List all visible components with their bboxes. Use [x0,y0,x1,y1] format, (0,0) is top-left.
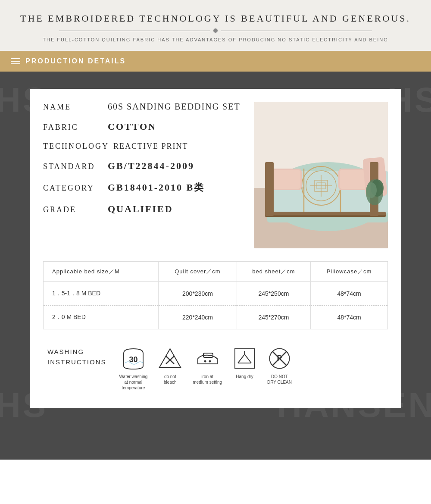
bed-sheet-2: 245*270cm [237,306,310,329]
wash-30-label: Water washingat normaltemperature [119,374,148,391]
divider-line [9,28,422,33]
no-bleach-label: do notbleach [164,374,176,385]
washing-icons: 30 Water washingat normaltemperature do … [119,347,292,391]
wash-30-icon: 30 [122,347,145,370]
main-title: THE EMBROIDERED TECHNOLOGY IS BEAUTIFUL … [9,13,422,24]
name-value: 60S SANDING BEDDING SET [108,102,240,112]
table-row: 1．5-1．8 M BED 200*230cm 245*250cm 48*74c… [44,282,387,306]
category-label: CATEGORY [43,184,103,193]
top-banner: THE EMBROIDERED TECHNOLOGY IS BEAUTIFUL … [0,0,431,51]
svg-rect-36 [265,215,386,217]
washing-label-line1: WASHING [47,348,84,355]
washing-label-line2: INSTRUCTIONS [47,358,106,366]
iron-icon-item: iron atmedium setting [193,347,222,385]
spec-row-grade: GRADE QUALIFIED [43,203,246,215]
no-bleach-icon [158,347,182,370]
hamburger-icon[interactable] [11,58,20,64]
grade-value: QUALIFIED [108,203,173,215]
hang-dry-icon-item: Hang dry [233,347,256,379]
svg-rect-31 [271,170,300,189]
svg-marker-44 [159,349,181,367]
fabric-value: COTTON [108,121,156,132]
svg-point-42 [366,182,377,198]
size-table: Applicable bed size／M Quilt cover／cm bed… [44,262,387,329]
col-pillowcase: Pillowcase／cm [311,262,387,282]
washing-section: WASHING INSTRUCTIONS 30 Water washingat … [43,347,388,391]
spec-row-name: NAME 60S SANDING BEDDING SET [43,102,246,112]
no-dry-clean-icon-item: P DO NOTDRY CLEAN [267,347,292,385]
wash-30-icon-item: 30 Water washingat normaltemperature [119,347,148,391]
svg-text:P: P [277,354,282,363]
divider-dot [213,28,218,33]
iron-label: iron atmedium setting [193,374,222,385]
col-bed-sheet: bed sheet／cm [237,262,310,282]
iron-icon [196,347,219,370]
svg-point-49 [209,360,211,363]
size-table-wrapper: Applicable bed size／M Quilt cover／cm bed… [43,261,388,329]
spec-row-technology: TECHNOLOGY REACTIVE PRINT [43,142,246,151]
spec-row-category: CATEGORY GB18401-2010 B类 [43,181,246,194]
fabric-label: FABRIC [43,123,103,132]
divider-line-left [59,31,210,31]
section-header: PRODUCTION DETAILS [0,51,431,72]
hang-dry-label: Hang dry [236,374,253,379]
specs-table: NAME 60S SANDING BEDDING SET FABRIC COTT… [43,102,246,224]
hang-dry-icon [233,347,256,370]
sub-title: THE FULL-COTTON QUILTING FABRIC HAS THE … [9,37,422,42]
standard-label: STANDARD [43,162,103,171]
washing-label: WASHING INSTRUCTIONS [47,347,106,367]
quilt-cover-2: 220*240cm [159,306,237,329]
grade-label: GRADE [43,205,103,214]
no-bleach-icon-item: do notbleach [158,347,182,385]
table-header-row: Applicable bed size／M Quilt cover／cm bed… [44,262,387,282]
svg-point-48 [204,360,206,363]
svg-rect-37 [265,162,274,216]
main-content: HS HS HANSEN HS NAME 60S SANDING BEDDING… [0,72,431,460]
bed-size-2: 2．0 M BED [44,306,159,329]
quilt-cover-1: 200*230cm [159,282,237,306]
bed-size-1: 1．5-1．8 M BED [44,282,159,306]
specs-image-row: NAME 60S SANDING BEDDING SET FABRIC COTT… [43,102,388,248]
product-card: NAME 60S SANDING BEDDING SET FABRIC COTT… [30,89,401,408]
no-dry-clean-label: DO NOTDRY CLEAN [267,374,292,385]
divider-line-right [221,31,372,31]
technology-label: TECHNOLOGY [43,142,109,151]
bed-sheet-1: 245*250cm [237,282,310,306]
no-dry-clean-icon: P [268,347,291,370]
col-quilt-cover: Quilt cover／cm [159,262,237,282]
technology-value: REACTIVE PRINT [113,142,188,151]
category-value: GB18401-2010 B类 [108,181,205,194]
pillowcase-1: 48*74cm [311,282,387,306]
pillowcase-2: 48*74cm [311,306,387,329]
standard-value: GB/T22844-2009 [108,160,194,172]
name-label: NAME [43,103,103,112]
col-bed-size: Applicable bed size／M [44,262,159,282]
spec-row-fabric: FABRIC COTTON [43,121,246,132]
spec-row-standard: STANDARD GB/T22844-2009 [43,160,246,172]
section-title: PRODUCTION DETAILS [25,57,126,65]
product-image [254,102,388,248]
table-row: 2．0 M BED 220*240cm 245*270cm 48*74cm [44,306,387,329]
